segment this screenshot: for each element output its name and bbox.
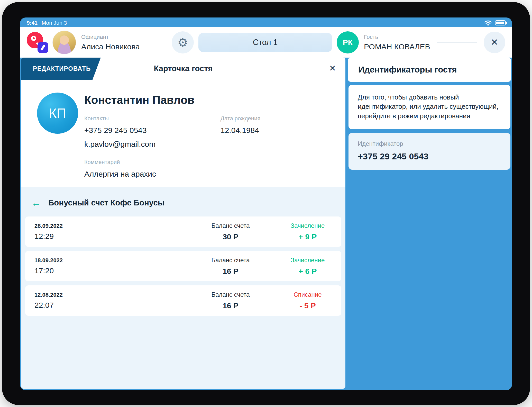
battery-icon xyxy=(495,20,506,25)
close-icon: × xyxy=(491,36,498,48)
balance-value: 16 Р xyxy=(202,301,259,310)
header-divider xyxy=(437,42,477,43)
edit-tab[interactable]: РЕДАКТИРОВАТЬ xyxy=(21,58,101,80)
identifier-card: Идентификатор +375 29 245 0543 xyxy=(348,133,510,170)
bonus-title: Бонусный счет Кофе Бонусы xyxy=(48,198,164,207)
balance-value: 16 Р xyxy=(202,267,259,276)
guest-initials-avatar: КП xyxy=(37,93,78,134)
row-time: 22:07 xyxy=(34,301,202,310)
app-header: Официант Алиса Новикова ⚙ Стол 1 РК Гост… xyxy=(20,27,512,58)
bonus-row[interactable]: 18.09.2022 17:20 Баланс счета 16 Р Зачис… xyxy=(25,251,341,281)
operation-label: Зачисление xyxy=(283,257,332,264)
app-logo xyxy=(27,31,49,53)
contacts-label: Контакты xyxy=(84,115,221,122)
guest-label: Гость xyxy=(364,34,430,40)
identifiers-panel: Идентификаторы гостя Для того, чтобы доб… xyxy=(348,58,511,389)
waiter-name: Алиса Новикова xyxy=(81,42,158,51)
operation-amount: + 6 Р xyxy=(283,267,332,276)
operation-label: Списание xyxy=(283,291,332,298)
guest-card-panel: РЕДАКТИРОВАТЬ Карточка гостя × КП Конста… xyxy=(21,58,345,389)
operation-amount: - 5 Р xyxy=(283,301,332,310)
row-date: 18.09.2022 xyxy=(34,257,202,264)
main-area: РЕДАКТИРОВАТЬ Карточка гостя × КП Конста… xyxy=(20,58,512,390)
operation-label: Зачисление xyxy=(283,222,332,229)
balance-label: Баланс счета xyxy=(202,257,259,264)
battery-fill xyxy=(496,22,504,24)
guest-phone: +375 29 245 0543 xyxy=(84,126,221,135)
identifiers-description: Для того, чтобы добавить новый идентифик… xyxy=(348,85,510,129)
close-guest-button[interactable]: × xyxy=(484,32,505,53)
balance-value: 30 Р xyxy=(202,232,259,241)
row-date: 12.08.2022 xyxy=(34,292,202,298)
operation-amount: + 9 Р xyxy=(283,232,332,241)
waiter-avatar xyxy=(52,31,76,54)
table-button[interactable]: Стол 1 xyxy=(198,33,332,52)
identifier-value: +375 29 245 0543 xyxy=(358,151,501,161)
guest-avatar: РК xyxy=(337,31,359,53)
guest-info: КП Константин Павлов Контакты +375 29 24… xyxy=(21,80,345,187)
back-arrow-icon[interactable]: ← xyxy=(31,198,41,208)
status-date: Mon Jun 3 xyxy=(42,20,67,26)
birthdate-value: 12.04.1984 xyxy=(221,126,260,135)
row-time: 17:20 xyxy=(34,266,202,275)
balance-label: Баланс счета xyxy=(202,291,259,298)
guest-email: k.pavlov@gmail.com xyxy=(84,140,221,149)
status-bar: 9:41 Mon Jun 3 xyxy=(20,17,512,27)
guest-name: РОМАН КОВАЛЕВ xyxy=(364,42,430,51)
logo-badge-icon xyxy=(38,42,48,53)
tablet-bezel: 9:41 Mon Jun 3 xyxy=(2,2,530,405)
tablet-mockup: 9:41 Mon Jun 3 xyxy=(0,0,532,407)
guest-block: Гость РОМАН КОВАЛЕВ xyxy=(364,34,430,51)
battery-nub xyxy=(506,22,507,24)
bonus-section: ← Бонусный счет Кофе Бонусы 28.09.2022 1… xyxy=(21,187,345,389)
guest-card-header: РЕДАКТИРОВАТЬ Карточка гостя × xyxy=(21,58,345,80)
bonus-row[interactable]: 28.09.2022 12:29 Баланс счета 30 Р Зачис… xyxy=(25,216,341,247)
close-card-button[interactable]: × xyxy=(329,58,336,80)
row-time: 12:29 xyxy=(34,232,202,241)
status-time: 9:41 xyxy=(27,20,38,26)
waiter-block: Официант Алиса Новикова xyxy=(81,34,158,51)
app-screen: 9:41 Mon Jun 3 xyxy=(20,17,512,390)
identifiers-title: Идентификаторы гостя xyxy=(348,58,511,82)
guest-full-name: Константин Павлов xyxy=(84,94,330,106)
settings-button[interactable]: ⚙ xyxy=(172,31,194,53)
bonus-row[interactable]: 12.08.2022 22:07 Баланс счета 16 Р Списа… xyxy=(25,285,341,316)
comment-value: Аллергия на арахис xyxy=(84,170,221,178)
wifi-icon xyxy=(484,20,492,26)
comment-label: Комментарий xyxy=(84,159,221,166)
close-icon: × xyxy=(329,63,336,74)
waiter-label: Официант xyxy=(81,34,158,40)
gear-icon: ⚙ xyxy=(177,37,188,48)
row-date: 28.09.2022 xyxy=(34,223,202,229)
identifier-label: Идентификатор xyxy=(358,140,501,147)
balance-label: Баланс счета xyxy=(202,222,259,229)
birthdate-label: Дата рождения xyxy=(221,115,260,122)
